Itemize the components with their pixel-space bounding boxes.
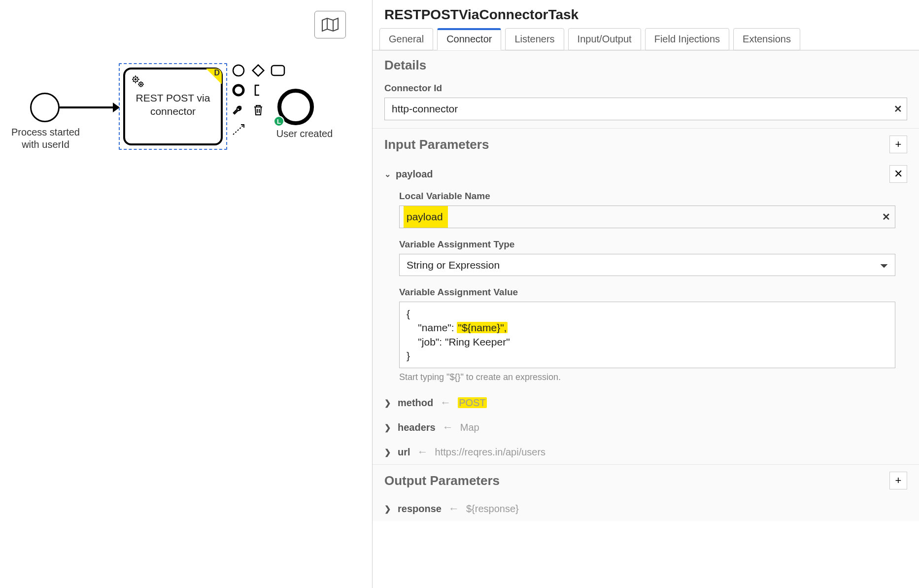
param-row-method[interactable]: ❯ method ← POST: [373, 390, 919, 415]
connect-icon[interactable]: [230, 121, 247, 138]
append-gateway-icon[interactable]: [250, 62, 267, 79]
assign-value-textarea[interactable]: { "name": "${name}", "job": "Ring Keeper…: [399, 302, 895, 368]
tab-field-injections[interactable]: Field Injections: [645, 28, 729, 50]
arrow-left-icon: ←: [440, 396, 451, 409]
section-output-parameters: Output Parameters + ❯ response ← ${respo…: [373, 464, 919, 521]
panel-collapse-tab[interactable]: Properties Panel: [372, 269, 373, 377]
append-end-event-icon[interactable]: [230, 82, 247, 99]
param-row-payload[interactable]: ⌄ payload ✕: [373, 160, 919, 188]
svg-point-7: [234, 85, 243, 95]
arrow-left-icon: ←: [417, 446, 428, 458]
arrow-left-icon: ←: [448, 502, 459, 515]
clear-icon[interactable]: ✕: [894, 103, 902, 115]
chevron-right-icon: ❯: [384, 398, 391, 408]
add-output-param-button[interactable]: +: [889, 472, 907, 489]
assign-type-select[interactable]: String or Expression: [399, 254, 895, 276]
svg-point-4: [233, 65, 244, 76]
tab-input-output[interactable]: Input/Output: [568, 28, 641, 50]
param-name: payload: [396, 169, 433, 180]
svg-rect-6: [272, 66, 284, 75]
clear-icon[interactable]: ✕: [882, 211, 890, 223]
tab-bar: General Connector Listeners Input/Output…: [373, 28, 919, 50]
tab-listeners[interactable]: Listeners: [505, 28, 564, 50]
start-event[interactable]: [30, 93, 60, 122]
remove-param-button[interactable]: ✕: [889, 165, 907, 183]
listener-badge: L: [273, 116, 284, 127]
chevron-down-icon: ⌄: [384, 170, 391, 179]
append-task-icon[interactable]: [270, 62, 286, 79]
append-event-icon[interactable]: [230, 62, 247, 79]
local-var-name-label: Local Variable Name: [399, 191, 895, 202]
svg-point-1: [135, 79, 136, 80]
minimap-toggle-button[interactable]: [314, 11, 346, 38]
tab-extensions[interactable]: Extensions: [733, 28, 800, 50]
sequence-flow[interactable]: [60, 106, 119, 108]
assign-value-label: Variable Assignment Value: [399, 287, 895, 298]
section-heading: Output Parameters: [384, 473, 500, 488]
section-input-parameters: Input Parameters + ⌄ payload ✕ Local Var…: [373, 128, 919, 464]
section-heading: Details: [384, 58, 426, 73]
bpmn-canvas[interactable]: Process started with userId D REST POST …: [0, 0, 372, 588]
trash-icon[interactable]: [250, 102, 267, 118]
arrow-left-icon: ←: [442, 421, 453, 434]
deprecation-badge: D: [206, 69, 222, 84]
param-row-response[interactable]: ❯ response ← ${response}: [373, 496, 919, 521]
chevron-right-icon: ❯: [384, 448, 391, 457]
chevron-right-icon: ❯: [384, 504, 391, 514]
task-selection-outline: D REST POST via connector: [119, 63, 227, 150]
svg-rect-5: [253, 65, 264, 76]
end-event-label: User created: [268, 128, 341, 139]
section-details: Details Connector Id ✕: [373, 50, 919, 128]
connector-id-label: Connector Id: [384, 83, 907, 94]
diagram-area[interactable]: Process started with userId D REST POST …: [17, 59, 342, 168]
svg-point-3: [140, 84, 141, 85]
expression-hint: Start typing "${}" to create an expressi…: [399, 372, 895, 382]
tab-connector[interactable]: Connector: [437, 28, 501, 50]
service-task[interactable]: D REST POST via connector: [123, 68, 223, 145]
task-label: REST POST via connector: [125, 91, 221, 118]
connector-id-input[interactable]: [384, 98, 907, 120]
gears-icon: [130, 73, 146, 91]
wrench-icon[interactable]: [230, 102, 247, 118]
map-icon: [321, 17, 339, 32]
assign-type-label: Variable Assignment Type: [399, 239, 895, 250]
chevron-right-icon: ❯: [384, 423, 391, 432]
properties-panel: Properties Panel RESTPOSTViaConnectorTas…: [372, 0, 919, 588]
element-name-heading: RESTPOSTViaConnectorTask: [373, 0, 919, 28]
param-row-url[interactable]: ❯ url ← https://reqres.in/api/users: [373, 440, 919, 464]
param-row-headers[interactable]: ❯ headers ← Map: [373, 415, 919, 440]
annotation-icon[interactable]: [250, 82, 267, 99]
local-var-name-input[interactable]: [399, 206, 895, 228]
tab-general[interactable]: General: [379, 28, 433, 50]
add-input-param-button[interactable]: +: [889, 136, 907, 153]
start-event-label: Process started with userId: [7, 126, 84, 151]
section-heading: Input Parameters: [384, 137, 489, 152]
